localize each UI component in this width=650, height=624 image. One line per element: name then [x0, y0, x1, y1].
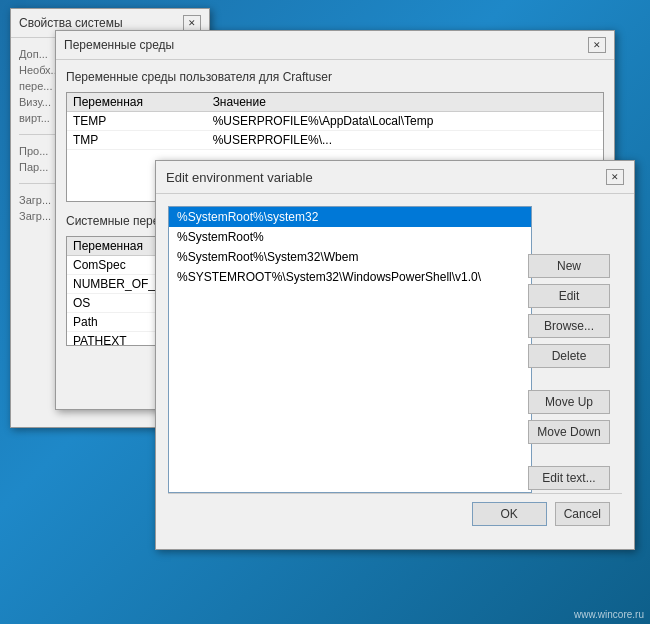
var-value: %USERPROFILE%\...	[207, 131, 603, 150]
edit-text-button[interactable]: Edit text...	[528, 466, 610, 490]
edit-button[interactable]: Edit	[528, 284, 610, 308]
list-item[interactable]: %SYSTEMROOT%\System32\WindowsPowerShell\…	[169, 267, 531, 287]
titlebar-controls: ✕	[183, 15, 201, 31]
edit-env-controls: ✕	[606, 169, 624, 185]
table-row[interactable]: TEMP %USERPROFILE%\AppData\Local\Temp	[67, 112, 603, 131]
list-item[interactable]: %SystemRoot%\system32	[169, 207, 531, 227]
button-spacer-2	[528, 450, 610, 460]
move-up-button[interactable]: Move Up	[528, 390, 610, 414]
edit-env-content: %SystemRoot%\system32 %SystemRoot% %Syst…	[156, 194, 634, 546]
browse-button[interactable]: Browse...	[528, 314, 610, 338]
env-vars-controls: ✕	[588, 37, 606, 53]
var-value: %USERPROFILE%\AppData\Local\Temp	[207, 112, 603, 131]
sys-props-title: Свойства системы	[19, 16, 123, 30]
env-path-list[interactable]: %SystemRoot%\system32 %SystemRoot% %Syst…	[168, 206, 532, 493]
env-vars-titlebar: Переменные среды ✕	[56, 31, 614, 60]
edit-env-close-button[interactable]: ✕	[606, 169, 624, 185]
move-down-button[interactable]: Move Down	[528, 420, 610, 444]
table-row[interactable]: TMP %USERPROFILE%\...	[67, 131, 603, 150]
cancel-button[interactable]: Cancel	[555, 502, 610, 526]
edit-env-titlebar: Edit environment variable ✕	[156, 161, 634, 194]
env-vars-title: Переменные среды	[64, 38, 174, 52]
var-name: TEMP	[67, 112, 207, 131]
list-item[interactable]: %SystemRoot%	[169, 227, 531, 247]
edit-env-dialog: Edit environment variable ✕ %SystemRoot%…	[155, 160, 635, 550]
env-vars-close-button[interactable]: ✕	[588, 37, 606, 53]
user-section-title: Переменные среды пользователя для Craftu…	[66, 70, 604, 84]
col-value-header: Значение	[207, 93, 603, 112]
delete-button[interactable]: Delete	[528, 344, 610, 368]
var-name: TMP	[67, 131, 207, 150]
edit-env-title: Edit environment variable	[166, 170, 313, 185]
dialog-button-row: OK Cancel	[168, 493, 622, 534]
ok-button[interactable]: OK	[472, 502, 547, 526]
list-item[interactable]: %SystemRoot%\System32\Wbem	[169, 247, 531, 267]
edit-action-buttons: New Edit Browse... Delete Move Up Move D…	[528, 254, 610, 490]
new-button[interactable]: New	[528, 254, 610, 278]
button-spacer	[528, 374, 610, 384]
watermark: www.wincore.ru	[574, 609, 644, 620]
edit-main-area: %SystemRoot%\system32 %SystemRoot% %Syst…	[168, 206, 622, 493]
user-vars-table: Переменная Значение TEMP %USERPROFILE%\A…	[67, 93, 603, 150]
close-button[interactable]: ✕	[183, 15, 201, 31]
col-variable-header: Переменная	[67, 93, 207, 112]
